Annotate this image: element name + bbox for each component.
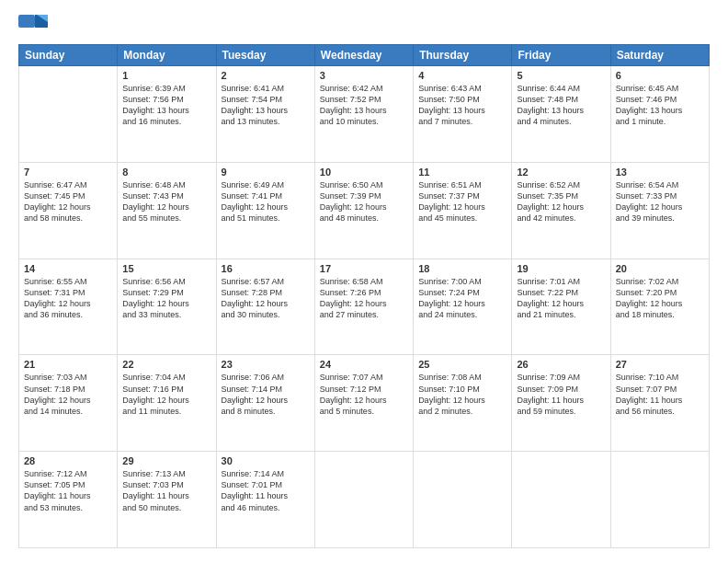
day-info: Sunrise: 7:08 AM Sunset: 7:10 PM Dayligh… <box>418 372 506 417</box>
day-number: 22 <box>122 359 210 370</box>
day-info: Sunrise: 7:13 AM Sunset: 7:03 PM Dayligh… <box>122 468 210 513</box>
day-info: Sunrise: 7:03 AM Sunset: 7:18 PM Dayligh… <box>24 372 112 417</box>
day-number: 12 <box>517 167 605 178</box>
day-number: 2 <box>222 70 310 81</box>
day-number: 14 <box>24 263 112 274</box>
day-cell: 24Sunrise: 7:07 AM Sunset: 7:12 PM Dayli… <box>314 355 413 452</box>
day-info: Sunrise: 6:51 AM Sunset: 7:37 PM Dayligh… <box>418 179 506 224</box>
day-number: 6 <box>616 70 704 81</box>
day-cell: 19Sunrise: 7:01 AM Sunset: 7:22 PM Dayli… <box>512 259 610 355</box>
day-cell: 14Sunrise: 6:55 AM Sunset: 7:31 PM Dayli… <box>19 259 118 355</box>
day-number: 20 <box>616 263 704 274</box>
day-cell: 3Sunrise: 6:42 AM Sunset: 7:52 PM Daylig… <box>314 66 413 163</box>
day-cell: 13Sunrise: 6:54 AM Sunset: 7:33 PM Dayli… <box>610 162 709 259</box>
day-number: 13 <box>616 167 704 178</box>
day-info: Sunrise: 7:02 AM Sunset: 7:20 PM Dayligh… <box>616 276 704 321</box>
day-info: Sunrise: 6:44 AM Sunset: 7:48 PM Dayligh… <box>517 83 605 128</box>
day-info: Sunrise: 6:42 AM Sunset: 7:52 PM Dayligh… <box>320 83 408 128</box>
day-info: Sunrise: 6:52 AM Sunset: 7:35 PM Dayligh… <box>517 179 605 224</box>
week-row-5: 28Sunrise: 7:12 AM Sunset: 7:05 PM Dayli… <box>19 452 710 548</box>
week-row-4: 21Sunrise: 7:03 AM Sunset: 7:18 PM Dayli… <box>19 355 710 452</box>
calendar-table: Sunday Monday Tuesday Wednesday Thursday… <box>18 44 710 548</box>
week-row-3: 14Sunrise: 6:55 AM Sunset: 7:31 PM Dayli… <box>19 259 710 355</box>
day-cell: 25Sunrise: 7:08 AM Sunset: 7:10 PM Dayli… <box>414 355 512 452</box>
day-number: 19 <box>517 263 605 274</box>
day-cell <box>512 452 610 548</box>
header-thursday: Thursday <box>414 45 512 66</box>
day-cell: 16Sunrise: 6:57 AM Sunset: 7:28 PM Dayli… <box>216 259 314 355</box>
day-cell: 20Sunrise: 7:02 AM Sunset: 7:20 PM Dayli… <box>610 259 709 355</box>
day-cell: 30Sunrise: 7:14 AM Sunset: 7:01 PM Dayli… <box>216 452 314 548</box>
day-cell <box>314 452 413 548</box>
day-cell: 15Sunrise: 6:56 AM Sunset: 7:29 PM Dayli… <box>118 259 216 355</box>
day-cell: 4Sunrise: 6:43 AM Sunset: 7:50 PM Daylig… <box>414 66 512 163</box>
day-cell <box>19 66 118 163</box>
day-info: Sunrise: 6:43 AM Sunset: 7:50 PM Dayligh… <box>418 83 506 128</box>
day-cell: 2Sunrise: 6:41 AM Sunset: 7:54 PM Daylig… <box>216 66 314 163</box>
day-info: Sunrise: 6:55 AM Sunset: 7:31 PM Dayligh… <box>24 276 112 321</box>
day-info: Sunrise: 7:14 AM Sunset: 7:01 PM Dayligh… <box>222 468 310 513</box>
day-info: Sunrise: 6:39 AM Sunset: 7:56 PM Dayligh… <box>122 83 210 128</box>
day-number: 23 <box>222 359 310 370</box>
day-info: Sunrise: 6:47 AM Sunset: 7:45 PM Dayligh… <box>24 179 112 224</box>
day-cell: 5Sunrise: 6:44 AM Sunset: 7:48 PM Daylig… <box>512 66 610 163</box>
day-cell: 29Sunrise: 7:13 AM Sunset: 7:03 PM Dayli… <box>118 452 216 548</box>
day-cell: 12Sunrise: 6:52 AM Sunset: 7:35 PM Dayli… <box>512 162 610 259</box>
header-tuesday: Tuesday <box>216 45 314 66</box>
day-number: 16 <box>222 263 310 274</box>
day-info: Sunrise: 7:06 AM Sunset: 7:14 PM Dayligh… <box>222 372 310 417</box>
header-friday: Friday <box>512 45 610 66</box>
day-cell: 28Sunrise: 7:12 AM Sunset: 7:05 PM Dayli… <box>19 452 118 548</box>
day-info: Sunrise: 7:12 AM Sunset: 7:05 PM Dayligh… <box>24 468 112 513</box>
day-number: 10 <box>320 167 408 178</box>
day-number: 15 <box>122 263 210 274</box>
header-wednesday: Wednesday <box>314 45 413 66</box>
day-number: 11 <box>418 167 506 178</box>
day-cell <box>414 452 512 548</box>
day-number: 5 <box>517 70 605 81</box>
day-cell: 9Sunrise: 6:49 AM Sunset: 7:41 PM Daylig… <box>216 162 314 259</box>
day-cell: 26Sunrise: 7:09 AM Sunset: 7:09 PM Dayli… <box>512 355 610 452</box>
day-cell: 23Sunrise: 7:06 AM Sunset: 7:14 PM Dayli… <box>216 355 314 452</box>
svg-rect-0 <box>18 15 35 28</box>
day-info: Sunrise: 7:04 AM Sunset: 7:16 PM Dayligh… <box>122 372 210 417</box>
day-cell: 22Sunrise: 7:04 AM Sunset: 7:16 PM Dayli… <box>118 355 216 452</box>
day-number: 4 <box>418 70 506 81</box>
day-cell: 18Sunrise: 7:00 AM Sunset: 7:24 PM Dayli… <box>414 259 512 355</box>
day-cell: 17Sunrise: 6:58 AM Sunset: 7:26 PM Dayli… <box>314 259 413 355</box>
day-number: 7 <box>24 167 112 178</box>
day-info: Sunrise: 6:57 AM Sunset: 7:28 PM Dayligh… <box>222 276 310 321</box>
week-row-1: 1Sunrise: 6:39 AM Sunset: 7:56 PM Daylig… <box>19 66 710 163</box>
day-number: 30 <box>222 455 310 466</box>
day-number: 21 <box>24 359 112 370</box>
day-cell: 27Sunrise: 7:10 AM Sunset: 7:07 PM Dayli… <box>610 355 709 452</box>
logo-icon <box>18 15 48 35</box>
day-info: Sunrise: 7:09 AM Sunset: 7:09 PM Dayligh… <box>517 372 605 417</box>
day-number: 28 <box>24 455 112 466</box>
day-info: Sunrise: 7:01 AM Sunset: 7:22 PM Dayligh… <box>517 276 605 321</box>
day-info: Sunrise: 6:41 AM Sunset: 7:54 PM Dayligh… <box>222 83 310 128</box>
header-sunday: Sunday <box>19 45 118 66</box>
day-number: 29 <box>122 455 210 466</box>
day-number: 3 <box>320 70 408 81</box>
logo <box>18 15 51 35</box>
day-number: 26 <box>517 359 605 370</box>
day-info: Sunrise: 6:48 AM Sunset: 7:43 PM Dayligh… <box>122 179 210 224</box>
day-info: Sunrise: 6:50 AM Sunset: 7:39 PM Dayligh… <box>320 179 408 224</box>
weekday-header-row: Sunday Monday Tuesday Wednesday Thursday… <box>19 45 710 66</box>
header-saturday: Saturday <box>610 45 709 66</box>
day-info: Sunrise: 6:54 AM Sunset: 7:33 PM Dayligh… <box>616 179 704 224</box>
day-info: Sunrise: 7:07 AM Sunset: 7:12 PM Dayligh… <box>320 372 408 417</box>
day-number: 25 <box>418 359 506 370</box>
day-info: Sunrise: 6:56 AM Sunset: 7:29 PM Dayligh… <box>122 276 210 321</box>
day-cell: 1Sunrise: 6:39 AM Sunset: 7:56 PM Daylig… <box>118 66 216 163</box>
day-cell: 11Sunrise: 6:51 AM Sunset: 7:37 PM Dayli… <box>414 162 512 259</box>
day-number: 8 <box>122 167 210 178</box>
day-number: 1 <box>122 70 210 81</box>
day-cell: 21Sunrise: 7:03 AM Sunset: 7:18 PM Dayli… <box>19 355 118 452</box>
page: Sunday Monday Tuesday Wednesday Thursday… <box>0 0 728 563</box>
day-number: 18 <box>418 263 506 274</box>
day-cell: 6Sunrise: 6:45 AM Sunset: 7:46 PM Daylig… <box>610 66 709 163</box>
day-cell: 8Sunrise: 6:48 AM Sunset: 7:43 PM Daylig… <box>118 162 216 259</box>
day-number: 17 <box>320 263 408 274</box>
